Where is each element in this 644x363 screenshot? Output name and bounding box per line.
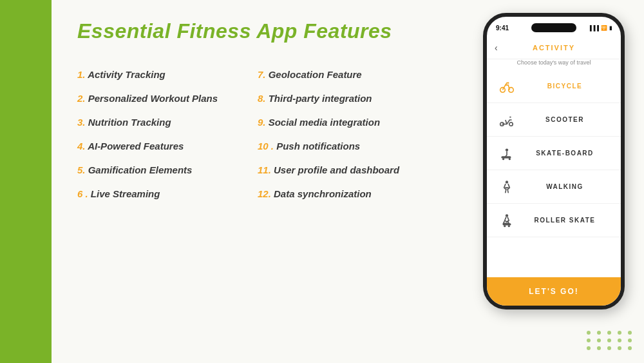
list-item: 8. Third-party integration xyxy=(258,86,438,110)
transport-label-rollerskate: ROLLER SKATE xyxy=(518,217,612,224)
scooter-icon xyxy=(496,109,518,131)
cta-button[interactable]: LET'S GO! xyxy=(487,277,621,306)
back-arrow-icon[interactable]: ‹ xyxy=(495,43,498,53)
decorative-dots xyxy=(587,331,634,350)
list-item: 10 . Push notifications xyxy=(258,134,438,158)
walking-icon xyxy=(496,176,518,198)
signal-icon: ▐▐▐ xyxy=(588,25,599,31)
list-item: 3. Nutrition Tracking xyxy=(77,110,258,134)
bicycle-icon xyxy=(496,75,518,97)
transport-list: BICYCLE SCOOTER xyxy=(487,70,621,277)
transport-label-scooter: SCOOTER xyxy=(518,116,612,123)
rollerskate-icon xyxy=(496,210,518,231)
list-item: 9. Social media integration xyxy=(258,110,438,134)
phone-mockup-area: 9:41 ▐▐▐ 🛜 ▮ ‹ ACTIVITY Choose today's w… xyxy=(477,13,631,348)
svg-point-7 xyxy=(502,158,504,160)
svg-point-13 xyxy=(508,225,510,227)
skateboard-icon xyxy=(496,142,518,164)
dynamic-island xyxy=(531,23,576,32)
list-item: 6 . Live Streaming xyxy=(77,182,258,206)
status-time: 9:41 xyxy=(496,25,509,32)
features-grid: 1. Activity Tracking 2. Personalized Wor… xyxy=(77,63,438,206)
transport-item-bicycle[interactable]: BICYCLE xyxy=(487,70,621,103)
main-content: Essential Fitness App Features 1. Activi… xyxy=(52,0,464,363)
green-sidebar xyxy=(0,0,52,363)
list-item: 11. User profile and dashboard xyxy=(258,158,438,182)
list-item: 7. Geolocation Feature xyxy=(258,63,438,86)
list-item: 1. Activity Tracking xyxy=(77,63,258,86)
transport-item-walking[interactable]: WALKING xyxy=(487,170,621,204)
cta-label: LET'S GO! xyxy=(529,287,579,296)
svg-point-9 xyxy=(506,181,508,183)
svg-point-2 xyxy=(507,82,509,83)
svg-point-5 xyxy=(506,148,508,151)
transport-label-bicycle: BICYCLE xyxy=(518,83,612,90)
list-item: 5. Gamification Elements xyxy=(77,158,258,182)
transport-item-rollerskate[interactable]: ROLLER SKATE xyxy=(487,204,621,237)
svg-point-12 xyxy=(504,225,506,227)
svg-point-10 xyxy=(506,214,508,217)
phone-mockup: 9:41 ▐▐▐ 🛜 ▮ ‹ ACTIVITY Choose today's w… xyxy=(483,13,625,309)
transport-label-skateboard: SKATE-BOARD xyxy=(518,150,612,157)
wifi-icon: 🛜 xyxy=(601,25,607,31)
app-subtitle: Choose today's way of travel xyxy=(487,59,621,66)
svg-point-8 xyxy=(509,158,511,160)
app-header-title: ACTIVITY xyxy=(533,44,575,52)
transport-item-skateboard[interactable]: SKATE-BOARD xyxy=(487,137,621,170)
svg-point-4 xyxy=(509,122,513,125)
svg-rect-11 xyxy=(503,223,511,225)
list-item: 2. Personalized Workout Plans xyxy=(77,86,258,110)
app-header: ‹ ACTIVITY xyxy=(487,36,621,59)
battery-icon: ▮ xyxy=(609,25,612,31)
features-left-column: 1. Activity Tracking 2. Personalized Wor… xyxy=(77,63,258,206)
features-right-column: 7. Geolocation Feature 8. Third-party in… xyxy=(258,63,438,206)
list-item: 12. Data synchronization xyxy=(258,182,438,206)
list-item: 4. AI-Powered Features xyxy=(77,134,258,158)
transport-label-walking: WALKING xyxy=(518,183,612,190)
transport-item-scooter[interactable]: SCOOTER xyxy=(487,103,621,137)
status-icons: ▐▐▐ 🛜 ▮ xyxy=(588,25,612,31)
page-title: Essential Fitness App Features xyxy=(77,19,438,43)
